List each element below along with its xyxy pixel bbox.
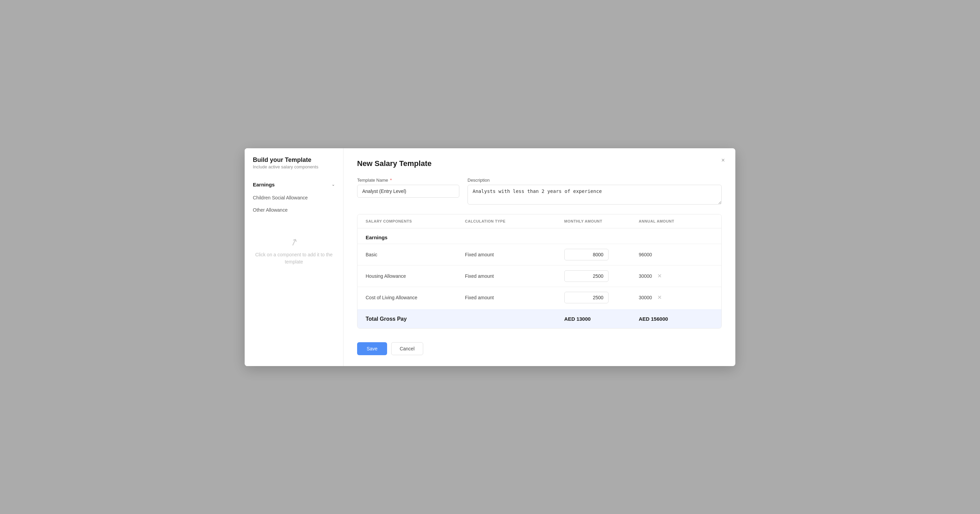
col-header-components: SALARY COMPONENTS bbox=[366, 219, 465, 223]
component-name: Basic bbox=[366, 252, 465, 257]
cancel-button[interactable]: Cancel bbox=[391, 342, 423, 355]
sidebar-item-label: Other Allowance bbox=[253, 207, 288, 213]
chevron-down-icon: ⌄ bbox=[332, 182, 335, 187]
main-content: × New Salary Template Template Name * De… bbox=[344, 148, 735, 366]
sidebar-header: Build your Template Include active salar… bbox=[245, 156, 343, 175]
component-name: Cost of Living Allowance bbox=[366, 295, 465, 300]
template-name-label: Template Name * bbox=[357, 178, 459, 183]
form-row: Template Name * Description Analysts wit… bbox=[357, 178, 722, 205]
annual-amount-cell: 30000 ✕ bbox=[639, 273, 713, 280]
monthly-amount-cell bbox=[564, 249, 639, 260]
description-group: Description Analysts with less than 2 ye… bbox=[468, 178, 722, 205]
earnings-section-title: Earnings bbox=[253, 182, 275, 188]
total-annual: AED 156000 bbox=[639, 316, 713, 322]
modal-overlay: Build your Template Include active salar… bbox=[0, 0, 980, 514]
footer-buttons: Save Cancel bbox=[357, 339, 722, 355]
total-label: Total Gross Pay bbox=[366, 316, 465, 322]
earnings-section-header[interactable]: Earnings ⌄ bbox=[245, 178, 343, 191]
calc-type: Fixed amount bbox=[465, 252, 564, 257]
annual-amount-cell: 30000 ✕ bbox=[639, 294, 713, 301]
col-header-annual: ANNUAL AMOUNT bbox=[639, 219, 713, 223]
save-button[interactable]: Save bbox=[357, 342, 387, 355]
monthly-amount-cell bbox=[564, 270, 639, 282]
sidebar-subtitle: Include active salary components bbox=[253, 164, 335, 169]
sidebar-item-children-social-allowance[interactable]: Children Social Allowance bbox=[245, 191, 343, 204]
description-label: Description bbox=[468, 178, 722, 183]
salary-table: SALARY COMPONENTS CALCULATION TYPE MONTH… bbox=[357, 214, 722, 329]
earnings-section-heading: Earnings bbox=[358, 228, 721, 244]
sidebar-item-other-allowance[interactable]: Other Allowance bbox=[245, 204, 343, 216]
close-button[interactable]: × bbox=[718, 155, 729, 166]
calc-type: Fixed amount bbox=[465, 295, 564, 300]
table-row: Housing Allowance Fixed amount 30000 ✕ bbox=[358, 265, 721, 286]
click-hint-text: Click on a component to add it to the te… bbox=[253, 251, 335, 266]
sidebar-section-earnings: Earnings ⌄ Children Social Allowance Oth… bbox=[245, 178, 343, 219]
modal-container: Build your Template Include active salar… bbox=[245, 148, 735, 366]
monthly-amount-input[interactable] bbox=[564, 292, 609, 303]
arrow-icon: ↗ bbox=[288, 236, 299, 249]
remove-row-button[interactable]: ✕ bbox=[656, 273, 663, 280]
monthly-amount-input[interactable] bbox=[564, 270, 609, 282]
table-row: Basic Fixed amount 96000 bbox=[358, 244, 721, 265]
annual-amount-cell: 96000 bbox=[639, 252, 713, 257]
sidebar-title: Build your Template bbox=[253, 156, 335, 164]
annual-value: 30000 bbox=[639, 274, 652, 279]
template-name-group: Template Name * bbox=[357, 178, 459, 205]
calc-type: Fixed amount bbox=[465, 274, 564, 279]
modal-title: New Salary Template bbox=[357, 159, 722, 168]
remove-row-button[interactable]: ✕ bbox=[656, 294, 663, 301]
description-input[interactable]: Analysts with less than 2 years of exper… bbox=[468, 185, 722, 205]
click-hint-area: ↗ Click on a component to add it to the … bbox=[245, 226, 343, 277]
total-row: Total Gross Pay AED 13000 AED 156000 bbox=[358, 309, 721, 328]
table-header: SALARY COMPONENTS CALCULATION TYPE MONTH… bbox=[358, 215, 721, 228]
annual-value: 96000 bbox=[639, 252, 652, 257]
required-star: * bbox=[390, 178, 392, 183]
template-name-input[interactable] bbox=[357, 185, 459, 198]
col-header-calc-type: CALCULATION TYPE bbox=[465, 219, 564, 223]
sidebar-items-list: Children Social Allowance Other Allowanc… bbox=[245, 191, 343, 219]
total-monthly: AED 13000 bbox=[564, 316, 639, 322]
sidebar: Build your Template Include active salar… bbox=[245, 148, 344, 366]
col-header-monthly: MONTHLY AMOUNT bbox=[564, 219, 639, 223]
monthly-amount-cell bbox=[564, 292, 639, 303]
sidebar-item-label: Children Social Allowance bbox=[253, 195, 308, 201]
monthly-amount-input[interactable] bbox=[564, 249, 609, 260]
annual-value: 30000 bbox=[639, 295, 652, 300]
table-row: Cost of Living Allowance Fixed amount 30… bbox=[358, 286, 721, 308]
close-icon: × bbox=[721, 157, 725, 164]
component-name: Housing Allowance bbox=[366, 274, 465, 279]
